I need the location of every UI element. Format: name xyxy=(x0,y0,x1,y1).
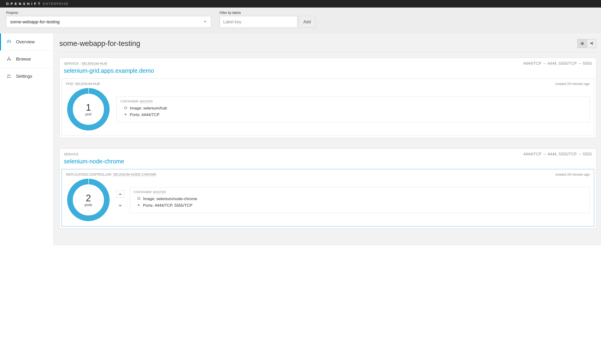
share-icon xyxy=(590,42,593,46)
top-bar: OPENSHIFT ENTERPRISE xyxy=(0,0,601,8)
service-header: SERVICE : SELENIUM-HUB 4444/TCP → 4444, … xyxy=(60,58,596,77)
container-image-text: Image: selenium/node-chrome xyxy=(143,197,197,201)
pod-created-time: created 29 minutes ago xyxy=(555,82,590,86)
pod-head-label: POD: SELENIUM-HUB xyxy=(66,82,100,86)
project-filter: Projects some-webapp-for-testing xyxy=(6,11,211,28)
pod-block: POD: SELENIUM-HUB created 29 minutes ago… xyxy=(61,78,594,136)
cube-icon xyxy=(124,106,128,111)
container-label: CONTAINER: MASTER xyxy=(120,100,586,103)
list-view-button[interactable] xyxy=(577,39,587,48)
add-label-button[interactable]: Add xyxy=(299,16,315,28)
sidebar-item-label: Overview xyxy=(16,39,35,45)
sidebar-item-browse[interactable]: Browse xyxy=(0,50,53,67)
service-card: SERVICE : SELENIUM-HUB 4444/TCP → 4444, … xyxy=(60,58,596,138)
controller-name-link[interactable]: SELENIUM-NODE-CHROME xyxy=(113,172,157,177)
filter-bar: Projects some-webapp-for-testing Filter … xyxy=(0,8,601,33)
sidebar-item-label: Settings xyxy=(16,74,32,79)
project-select[interactable]: some-webapp-for-testing xyxy=(6,16,211,28)
container-name-link[interactable]: MASTER xyxy=(140,100,153,103)
chevron-down-icon xyxy=(203,19,207,25)
container-label: CONTAINER: MASTER xyxy=(134,190,586,194)
label-filter: Filter by labels Add xyxy=(220,11,315,28)
container-box: CONTAINER: MASTER Image: selenium/hub Po… xyxy=(116,96,590,122)
container-image-text: Image: selenium/hub xyxy=(130,106,167,111)
list-icon xyxy=(580,42,584,46)
sidebar-item-label: Browse xyxy=(16,57,31,62)
service-route-link[interactable]: selenium-node-chrome xyxy=(64,158,592,165)
pod-donut: 2 pods xyxy=(67,179,110,221)
scale-controls xyxy=(116,190,124,210)
container-ports-text: Ports: 4444/TCP xyxy=(130,113,160,117)
sidebar-item-overview[interactable]: Overview xyxy=(0,33,53,50)
labels-label: Filter by labels xyxy=(220,11,315,15)
service-label: SERVICE xyxy=(64,152,79,156)
service-ports: 4444/TCP → 4444, 5555/TCP → 5555 xyxy=(523,61,592,66)
sidebar: Overview Browse Settings xyxy=(0,33,54,246)
service-header: SERVICE 4444/TCP → 4444, 5555/TCP → 5555… xyxy=(60,149,596,168)
sliders-icon xyxy=(6,74,12,79)
service-label: SERVICE : SELENIUM-HUB xyxy=(64,62,107,66)
container-box: CONTAINER: MASTER Image: selenium/node-c… xyxy=(130,187,590,213)
service-ports: 4444/TCP → 4444, 5555/TCP → 5555 xyxy=(523,152,592,157)
scale-up-button[interactable] xyxy=(116,190,124,198)
pod-count-label: pods xyxy=(85,203,92,207)
pod-created-time: created 29 minutes ago xyxy=(555,172,590,176)
container-image-row: Image: selenium/hub xyxy=(120,105,586,112)
sitemap-icon xyxy=(6,56,12,62)
brand-suffix: ENTERPRISE xyxy=(43,2,69,6)
projects-label: Projects xyxy=(6,11,211,15)
pod-donut: 1 pod xyxy=(67,88,110,130)
view-toggle xyxy=(577,39,596,48)
container-image-row: Image: selenium/node-chrome xyxy=(134,196,586,202)
main-content: some-webapp-for-testing SERVICE : SELENI… xyxy=(54,33,601,246)
brand-name: OPENSHIFT xyxy=(6,2,42,6)
dashboard-icon xyxy=(6,39,12,45)
pod-count-label: pod xyxy=(85,112,91,116)
container-ports-row: Ports: 4444/TCP, 5555/TCP xyxy=(134,202,586,209)
label-key-input[interactable] xyxy=(220,16,297,28)
pulse-icon xyxy=(124,113,128,117)
scale-down-button[interactable] xyxy=(116,202,124,210)
cube-icon xyxy=(137,197,141,201)
service-name-link[interactable]: SELENIUM-HUB xyxy=(81,62,107,66)
pod-head-label: REPLICATION CONTROLLER: SELENIUM-NODE-CH… xyxy=(66,172,156,176)
pulse-icon xyxy=(137,203,141,208)
container-name-link[interactable]: MASTER xyxy=(153,190,166,194)
container-ports-row: Ports: 4444/TCP xyxy=(120,112,586,118)
sidebar-item-settings[interactable]: Settings xyxy=(0,67,53,85)
project-selected-value: some-webapp-for-testing xyxy=(10,19,60,25)
page-header: some-webapp-for-testing xyxy=(60,39,596,52)
pod-block: REPLICATION CONTROLLER: SELENIUM-NODE-CH… xyxy=(61,169,594,227)
service-route-link[interactable]: selenium-grid.apps.example.demo xyxy=(64,67,592,74)
pod-count: 1 xyxy=(86,103,91,112)
pod-head-name: SELENIUM-HUB xyxy=(75,82,100,86)
container-ports-text: Ports: 4444/TCP, 5555/TCP xyxy=(143,203,192,208)
pod-count: 2 xyxy=(86,193,91,203)
page-title: some-webapp-for-testing xyxy=(60,39,140,48)
project-select-input[interactable]: some-webapp-for-testing xyxy=(6,16,211,28)
topology-view-button[interactable] xyxy=(587,39,596,48)
service-card: SERVICE 4444/TCP → 4444, 5555/TCP → 5555… xyxy=(60,148,596,229)
